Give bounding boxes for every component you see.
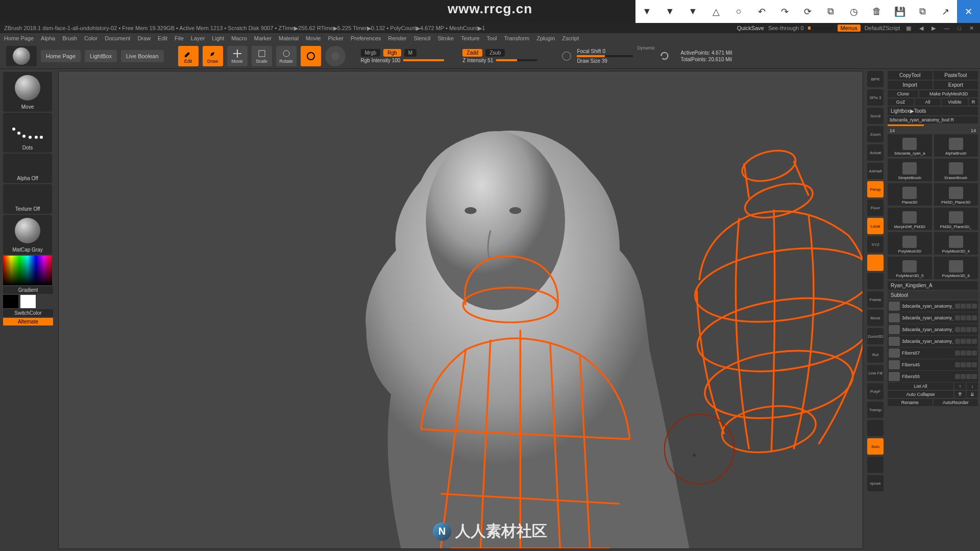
- next-icon[interactable]: ▶: [929, 25, 938, 32]
- rename-button[interactable]: Rename: [888, 399, 933, 406]
- nav-xpose[interactable]: xpose: [867, 475, 884, 491]
- nav-local[interactable]: Local: [867, 218, 884, 234]
- nav-xyz[interactable]: XYZ: [867, 236, 884, 253]
- swatch-black[interactable]: [3, 295, 18, 308]
- list-all-button[interactable]: List All: [888, 383, 953, 390]
- menu-transform[interactable]: Transform: [504, 35, 530, 41]
- copy-tool-button[interactable]: CopyTool: [888, 71, 933, 80]
- scale-mode-button[interactable]: Scale: [252, 46, 272, 66]
- make-polymesh-button[interactable]: Make PolyMesh3D: [919, 90, 978, 97]
- nav-linefill[interactable]: Line Fill: [867, 365, 884, 381]
- subtool-item[interactable]: Fibers57: [888, 347, 978, 359]
- nav-btn11[interactable]: [867, 273, 884, 289]
- goz-r-button[interactable]: R: [969, 98, 978, 106]
- menu-layer[interactable]: Layer: [191, 35, 205, 41]
- clock-icon[interactable]: ◷: [842, 0, 865, 23]
- auto-collapse-button[interactable]: Auto Collapse: [888, 391, 953, 398]
- live-boolean-button[interactable]: Live Boolean: [121, 50, 164, 62]
- nav-spix3[interactable]: SPix 3: [867, 89, 884, 106]
- nav-frame[interactable]: Frame: [867, 291, 884, 308]
- tool-thumb[interactable]: PM3D_Plane3D_: [934, 208, 978, 230]
- menu-edit[interactable]: Edit: [158, 35, 167, 41]
- gradient-label[interactable]: Gradient: [3, 286, 53, 294]
- export-button[interactable]: Export: [934, 81, 978, 89]
- eraser-icon[interactable]: △: [704, 0, 727, 23]
- share-icon[interactable]: ↗: [934, 0, 957, 23]
- material-slot[interactable]: MatCap Gray: [3, 215, 52, 255]
- brush-slot[interactable]: Move: [3, 72, 52, 112]
- mrgb-button[interactable]: Mrgb: [361, 49, 381, 57]
- tool-thumb[interactable]: Plane3D: [888, 183, 932, 206]
- marker-yellow-icon[interactable]: ▼: [681, 0, 704, 23]
- goz-all-button[interactable]: All: [915, 98, 941, 106]
- tool-thumb[interactable]: PolyMesh3D_8: [934, 257, 978, 279]
- zsub-button[interactable]: Zsub: [485, 49, 505, 57]
- subtool-item[interactable]: 3dscanla_ryan_anatomy_bodys: [888, 336, 978, 347]
- focal-shift-label[interactable]: Focal Shift 0: [577, 48, 633, 54]
- collapse-down-icon[interactable]: ⇊: [967, 391, 978, 398]
- color-picker[interactable]: [3, 256, 52, 285]
- menus-toggle[interactable]: Menus: [838, 24, 861, 32]
- refresh-mesh-icon[interactable]: [659, 51, 670, 62]
- goz-button[interactable]: GoZ: [888, 98, 914, 106]
- tool-thumb[interactable]: 3dscanla_ryan_a: [888, 134, 932, 157]
- save-icon[interactable]: 💾: [888, 0, 911, 23]
- menu-marker[interactable]: Marker: [254, 35, 272, 41]
- menu-file[interactable]: File: [175, 35, 184, 41]
- rgb-intensity-label[interactable]: Rgb Intensity 100: [361, 58, 401, 63]
- material-preview[interactable]: [6, 46, 37, 66]
- delete-icon[interactable]: 🗑: [865, 0, 888, 23]
- zadd-button[interactable]: Zadd: [462, 49, 482, 57]
- marker-orange-icon[interactable]: ▼: [658, 0, 681, 23]
- default-zscript[interactable]: DefaultZScript: [865, 25, 900, 31]
- move-mode-button[interactable]: Move: [227, 46, 248, 66]
- menu-document[interactable]: Document: [105, 35, 130, 41]
- texture-slot[interactable]: Texture Off: [3, 184, 52, 214]
- subtool-item[interactable]: Fibers55: [888, 371, 978, 382]
- collapse-up-icon[interactable]: ⇈: [954, 391, 966, 398]
- draw-size-label[interactable]: Draw Size 39: [577, 58, 633, 64]
- tool-thumb[interactable]: AlphaBrush: [934, 134, 978, 157]
- nav-zoom[interactable]: Zoom: [867, 126, 884, 142]
- dynamic-toggle[interactable]: Dynamic: [637, 45, 655, 51]
- nav-btn10[interactable]: [867, 255, 884, 271]
- menu-texture[interactable]: Texture: [461, 35, 479, 41]
- swatch-white[interactable]: [20, 295, 36, 308]
- menu-alpha[interactable]: Alpha: [41, 35, 55, 41]
- rotate-mode-button[interactable]: Rotate: [276, 46, 297, 66]
- z-intensity-label[interactable]: Z Intensity 51: [462, 58, 493, 63]
- draw-mode-button[interactable]: Draw: [203, 46, 223, 66]
- nav-solo[interactable]: Solo: [867, 438, 884, 455]
- nav-btn21[interactable]: [867, 457, 884, 473]
- menu-macro[interactable]: Macro: [231, 35, 247, 41]
- circle-icon[interactable]: ○: [727, 0, 750, 23]
- seethrough-label[interactable]: See-through 0: [768, 25, 804, 31]
- subtool-item[interactable]: Fibers45: [888, 359, 978, 370]
- menu-preferences[interactable]: Preferences: [351, 35, 381, 41]
- nav-aahalf[interactable]: AAHalf: [867, 163, 884, 179]
- rgb-button[interactable]: Rgb: [383, 49, 401, 57]
- subtool-item[interactable]: 3dscanla_ryan_anatomy_bodys: [888, 324, 978, 335]
- nav-scroll[interactable]: Scroll: [867, 108, 884, 124]
- nav-actual[interactable]: Actual: [867, 144, 884, 161]
- nav-floor[interactable]: Floor: [867, 199, 884, 216]
- subtool-item[interactable]: 3dscanla_ryan_anatomy_bodys: [888, 300, 978, 312]
- import-button[interactable]: Import: [888, 81, 933, 89]
- redo-icon[interactable]: ↷: [773, 0, 796, 23]
- alpha-slot[interactable]: Alpha Off: [3, 154, 52, 183]
- nav-zoom3d[interactable]: Zoom3D: [867, 328, 884, 344]
- m-button[interactable]: M: [404, 49, 416, 57]
- close-button[interactable]: ✕: [957, 0, 980, 23]
- menu-render[interactable]: Render: [388, 35, 406, 41]
- quicksave-button[interactable]: QuickSave: [737, 25, 764, 31]
- menu-zplugin[interactable]: Zplugin: [536, 35, 555, 41]
- close-icon[interactable]: ✕: [967, 25, 976, 32]
- nav-rot[interactable]: Rot: [867, 346, 884, 363]
- menu-brush[interactable]: Brush: [62, 35, 77, 41]
- sculptris-button[interactable]: [325, 46, 346, 66]
- tool-thumb[interactable]: SimpleBrush: [888, 159, 932, 181]
- goz-visible-button[interactable]: Visible: [942, 98, 968, 106]
- paste-tool-button[interactable]: PasteTool: [934, 71, 978, 80]
- menu-stencil[interactable]: Stencil: [413, 35, 430, 41]
- gizmo-button[interactable]: [301, 46, 321, 66]
